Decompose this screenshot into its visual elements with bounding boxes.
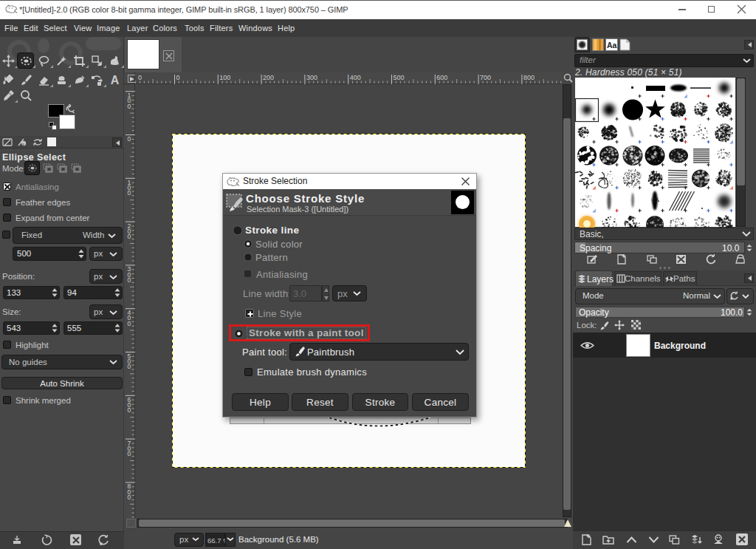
svg-text:0: 0 — [128, 189, 131, 197]
svg-text:100: 100 — [219, 74, 230, 81]
svg-text:0: 0 — [128, 233, 131, 240]
svg-text:0: 0 — [128, 276, 131, 284]
svg-text:0: 0 — [128, 363, 131, 370]
svg-text:0: 0 — [128, 103, 131, 110]
svg-text:200: 200 — [263, 74, 274, 81]
svg-text:0: 0 — [128, 320, 131, 327]
svg-text:700: 700 — [480, 74, 491, 81]
svg-text:600: 600 — [436, 74, 447, 81]
svg-text:300: 300 — [306, 74, 317, 81]
svg-text:500: 500 — [394, 74, 405, 81]
svg-text:A: A — [111, 74, 120, 86]
svg-text:0: 0 — [128, 406, 131, 414]
svg-text:800: 800 — [523, 74, 535, 81]
svg-text:400: 400 — [350, 74, 361, 81]
svg-text:0: 0 — [128, 494, 131, 501]
svg-text:0: 0 — [128, 450, 131, 457]
svg-text:0: 0 — [128, 135, 131, 143]
svg-text:0: 0 — [176, 74, 180, 81]
svg-text:0: 0 — [138, 74, 142, 81]
